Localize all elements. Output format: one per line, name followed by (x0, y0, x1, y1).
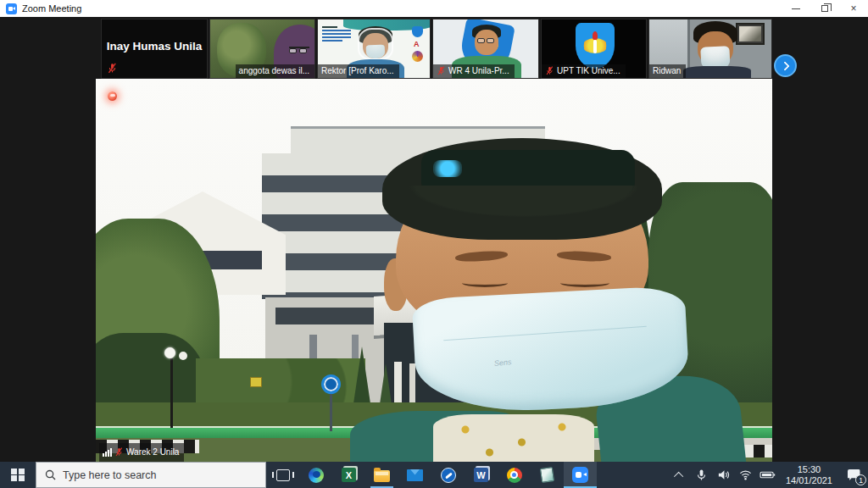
person-glasses (477, 38, 496, 43)
zoom-camera-icon (572, 467, 588, 483)
closed-eye-right (560, 279, 609, 287)
notification-badge: 1 (855, 474, 866, 485)
search-icon (45, 469, 56, 480)
tray-volume[interactable] (713, 462, 735, 488)
sunglasses-reflection (433, 160, 462, 177)
face-shield (358, 28, 393, 60)
slide-text-block (322, 25, 351, 43)
muted-mic-icon (545, 66, 554, 75)
minimize-button[interactable] (782, 0, 810, 17)
taskbar-notepad[interactable] (531, 462, 564, 488)
chevron-up-icon (674, 471, 683, 480)
microphone-icon (695, 469, 708, 481)
yellow-sign (250, 377, 262, 387)
mask-brand-text: Sens (494, 358, 512, 368)
participant-name: UPT TIK Unive... (557, 65, 620, 76)
chrome-icon (507, 468, 522, 483)
participant-name: Ridwan (653, 65, 681, 76)
signal-strength-icon (103, 448, 112, 457)
participant-tile-wr4[interactable]: WR 4 Unila-Pr... (432, 19, 539, 79)
unila-logo-small (412, 26, 423, 37)
zoom-app-icon (6, 3, 17, 14)
next-participants-button[interactable] (774, 54, 797, 77)
battery-icon (760, 469, 776, 481)
participant-tile-upttik[interactable]: UPT TIK Unive... (541, 19, 647, 79)
taskbar-zoom-active[interactable] (564, 462, 597, 488)
participant-label: Ridwan (649, 64, 686, 78)
action-center-button[interactable]: 1 (839, 462, 868, 488)
sign-pole (330, 394, 332, 431)
muted-mic-icon (437, 66, 446, 75)
participant-tile-anggota[interactable]: anggota dewas il... (209, 19, 315, 79)
participant-name: Rektor [Prof Karo... (321, 65, 394, 76)
participant-name-centered: Inay Humas Unila (102, 40, 207, 53)
speaker-icon (717, 469, 730, 481)
file-explorer-icon (374, 470, 390, 482)
notepad-icon (540, 467, 554, 483)
picture-frame (736, 23, 765, 45)
logo-flame (593, 31, 598, 40)
clock-time: 15:30 (786, 464, 832, 475)
blue-round-sign (321, 374, 341, 394)
window-controls: × (782, 0, 868, 17)
tray-battery[interactable] (757, 462, 779, 488)
unila-shield-logo (576, 23, 615, 69)
close-button[interactable]: × (839, 0, 868, 17)
muted-mic-icon (114, 447, 124, 457)
clock-date: 14/01/2021 (786, 475, 832, 486)
tray-microphone[interactable] (691, 462, 713, 488)
event-logo (412, 51, 423, 62)
tray-show-hidden[interactable] (669, 462, 691, 488)
taskbar-edge[interactable] (299, 462, 332, 488)
windows-logo-icon (11, 469, 25, 482)
taskbar-chrome[interactable] (498, 462, 531, 488)
lamp-pole (170, 358, 173, 428)
participant-label: anggota dewas il... (236, 64, 314, 78)
zoom-meeting-content: Inay Humas Unila anggota dewas il... A (0, 17, 868, 462)
taskbar-file-explorer[interactable] (365, 462, 398, 488)
word-icon: W (474, 468, 488, 482)
speaker-name: Warek 2 Unila (126, 446, 179, 458)
participant-tile-inay[interactable]: Inay Humas Unila (101, 19, 208, 79)
window-titlebar: Zoom Meeting × (0, 0, 868, 17)
person-shirt (683, 66, 751, 79)
edge-icon (309, 468, 324, 483)
taskbar-excel[interactable]: X (332, 462, 365, 488)
taskbar-clock[interactable]: 15:30 14/01/2021 (779, 464, 839, 486)
participant-label: WR 4 Unila-Pr... (433, 64, 515, 78)
wrench-tool-icon (441, 468, 456, 483)
closed-eye-left (462, 279, 508, 287)
accreditation-a-logo: A (414, 41, 426, 48)
participant-tile-rektor[interactable]: A Rektor [Prof Karo... (317, 19, 431, 79)
system-tray: 15:30 14/01/2021 1 (669, 462, 868, 488)
participant-tile-ridwan[interactable]: Ridwan (648, 19, 772, 79)
task-view-icon (276, 469, 290, 481)
chevron-right-icon (780, 61, 789, 70)
windows-taskbar: X W 15:30 14/01/2021 1 (0, 462, 868, 488)
window-title: Zoom Meeting (22, 3, 81, 14)
mail-icon (407, 469, 423, 481)
taskbar-tools[interactable] (431, 462, 465, 488)
main-speaker-video[interactable]: GEDUNG R UNIVERSITAS (96, 79, 772, 462)
taskbar-search-box[interactable] (36, 462, 266, 488)
person-glasses (289, 47, 309, 53)
participant-label: Rektor [Prof Karo... (318, 64, 399, 78)
taskbar-mail[interactable] (398, 462, 431, 488)
search-input[interactable] (63, 469, 232, 481)
speaker-label: Warek 2 Unila (99, 443, 184, 462)
lamp-globe (164, 347, 175, 358)
wifi-icon (739, 469, 752, 481)
restore-button[interactable] (810, 0, 839, 17)
logo-stem (593, 40, 597, 53)
start-button[interactable] (0, 462, 36, 488)
tray-network[interactable] (735, 462, 757, 488)
screen: Zoom Meeting × Inay Humas Unila anggota … (0, 0, 868, 488)
taskbar-word[interactable]: W (465, 462, 498, 488)
recording-indicator (108, 92, 117, 101)
participant-label: UPT TIK Unive... (542, 64, 626, 78)
slide-logos: A (412, 26, 426, 62)
muted-mic-icon (107, 63, 118, 74)
person-shirt-pattern (433, 414, 594, 462)
participant-name: WR 4 Unila-Pr... (448, 65, 509, 76)
task-view-button[interactable] (266, 462, 299, 488)
